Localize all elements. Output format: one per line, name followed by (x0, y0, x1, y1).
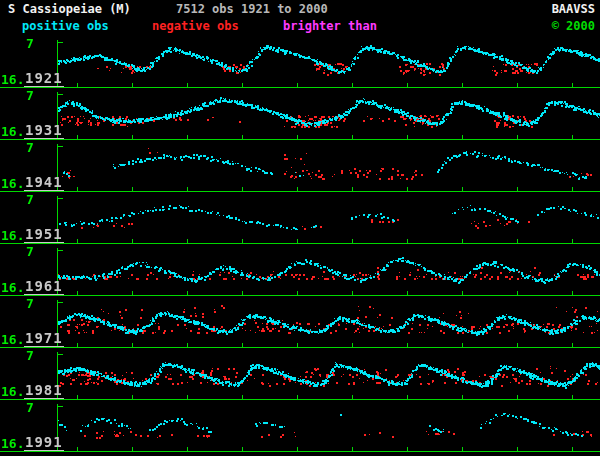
decade-panel-1961: 716.1961 (0, 244, 600, 296)
lightcurve-canvas-1941 (0, 140, 600, 192)
obs-summary: 7512 obs 1921 to 2000 (176, 2, 328, 16)
mag-bottom-label: 16. (1, 384, 24, 399)
year-label: 1971 (24, 330, 64, 347)
decade-panel-1981: 716.1981 (0, 348, 600, 400)
lightcurve-canvas-1991 (0, 400, 600, 452)
mag-top-label: 7 (26, 140, 34, 155)
mag-bottom-label: 16. (1, 332, 24, 347)
mag-bottom-label: 16. (1, 436, 24, 451)
decade-panel-1921: 716.1921 (0, 36, 600, 88)
decade-panels-container: 716.1921716.1931716.1941716.1951716.1961… (0, 36, 600, 452)
copyright-label: © 2000 (552, 19, 595, 33)
lightcurve-canvas-1931 (0, 88, 600, 140)
decade-panel-1991: 716.1991 (0, 400, 600, 452)
year-label: 1941 (24, 174, 64, 191)
year-label: 1921 (24, 70, 64, 87)
legend-positive-obs: positive obs (22, 19, 109, 33)
decade-panel-1941: 716.1941 (0, 140, 600, 192)
mag-top-label: 7 (26, 296, 34, 311)
year-label: 1931 (24, 122, 64, 139)
lightcurve-app-window: S Cassiopeiae (M) 7512 obs 1921 to 2000 … (0, 0, 600, 456)
mag-top-label: 7 (26, 400, 34, 415)
star-title: S Cassiopeiae (M) (8, 2, 131, 16)
mag-bottom-label: 16. (1, 124, 24, 139)
mag-top-label: 7 (26, 36, 34, 51)
legend-negative-obs: negative obs (152, 19, 239, 33)
mag-top-label: 7 (26, 244, 34, 259)
lightcurve-canvas-1921 (0, 36, 600, 88)
mag-top-label: 7 (26, 192, 34, 207)
decade-panel-1951: 716.1951 (0, 192, 600, 244)
lightcurve-canvas-1971 (0, 296, 600, 348)
year-label: 1951 (24, 226, 64, 243)
mag-bottom-label: 16. (1, 280, 24, 295)
mag-top-label: 7 (26, 88, 34, 103)
legend-brighter-than: brighter than (283, 19, 377, 33)
year-label: 1961 (24, 278, 64, 295)
decade-panel-1971: 716.1971 (0, 296, 600, 348)
lightcurve-canvas-1981 (0, 348, 600, 400)
mag-bottom-label: 16. (1, 176, 24, 191)
mag-bottom-label: 16. (1, 228, 24, 243)
mag-top-label: 7 (26, 348, 34, 363)
org-label: BAAVSS (552, 2, 595, 16)
year-label: 1991 (24, 434, 64, 451)
mag-bottom-label: 16. (1, 72, 24, 87)
decade-panel-1931: 716.1931 (0, 88, 600, 140)
lightcurve-canvas-1951 (0, 192, 600, 244)
lightcurve-canvas-1961 (0, 244, 600, 296)
year-label: 1981 (24, 382, 64, 399)
